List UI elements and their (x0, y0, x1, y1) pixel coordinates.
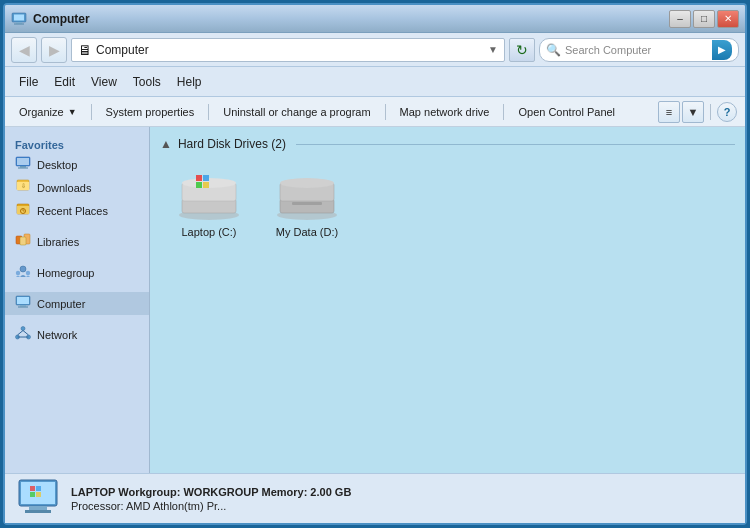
view-mode-dropdown-icon: ▼ (688, 106, 699, 118)
address-text: Computer (96, 43, 484, 57)
action-separator-2 (208, 104, 209, 120)
svg-rect-18 (20, 237, 26, 245)
sidebar-desktop-label: Desktop (37, 159, 77, 171)
refresh-icon: ↻ (516, 42, 528, 58)
sidebar-item-homegroup[interactable]: Homegroup (5, 261, 149, 284)
drive-c-label: Laptop (C:) (181, 226, 236, 238)
svg-rect-44 (292, 202, 322, 205)
computer-icon (15, 295, 31, 312)
desktop-icon (15, 156, 31, 173)
drives-grid: Laptop (C:) (160, 163, 735, 242)
menu-edit[interactable]: Edit (48, 73, 81, 91)
svg-point-20 (16, 271, 20, 275)
sidebar-divider-2 (5, 253, 149, 261)
uninstall-label: Uninstall or change a program (223, 106, 370, 118)
uninstall-button[interactable]: Uninstall or change a program (217, 104, 376, 120)
help-icon: ? (724, 106, 731, 118)
svg-line-29 (18, 331, 24, 336)
menu-file[interactable]: File (13, 73, 44, 91)
address-dropdown-icon[interactable]: ▼ (488, 44, 498, 55)
help-button[interactable]: ? (717, 102, 737, 122)
action-separator-5 (710, 104, 711, 120)
svg-rect-48 (25, 510, 51, 513)
sidebar-libraries-label: Libraries (37, 236, 79, 248)
downloads-icon: ⇩ (15, 179, 31, 196)
status-line1: LAPTOP Workgroup: WORKGROUP Memory: 2.00… (71, 486, 351, 498)
sidebar-item-computer[interactable]: Computer (5, 292, 149, 315)
sidebar-divider-3 (5, 284, 149, 292)
drive-d-icon (272, 167, 342, 222)
address-computer-icon: 🖥 (78, 42, 92, 58)
drive-d-label: My Data (D:) (276, 226, 338, 238)
menu-help[interactable]: Help (171, 73, 208, 91)
main-window: Computer – □ ✕ ◀ ▶ 🖥 Computer ▼ ↻ 🔍 Sear… (3, 3, 747, 525)
svg-point-26 (21, 327, 25, 331)
search-icon: 🔍 (546, 43, 561, 57)
homegroup-icon (15, 264, 31, 281)
action-separator-1 (91, 104, 92, 120)
system-properties-label: System properties (106, 106, 195, 118)
svg-rect-24 (20, 305, 26, 307)
sidebar-divider-1 (5, 222, 149, 230)
organize-arrow-icon: ▼ (68, 107, 77, 117)
main-area: Favorites Desktop (5, 127, 745, 473)
restore-button[interactable]: □ (693, 10, 715, 28)
section-line (296, 144, 735, 145)
status-text-area: LAPTOP Workgroup: WORKGROUP Memory: 2.00… (71, 486, 351, 512)
search-go-button[interactable]: ▶ (712, 40, 732, 60)
title-buttons: – □ ✕ (669, 10, 739, 28)
svg-rect-5 (17, 158, 29, 165)
sidebar-computer-label: Computer (37, 298, 85, 310)
menu-view[interactable]: View (85, 73, 123, 91)
back-button[interactable]: ◀ (11, 37, 37, 63)
svg-rect-7 (18, 168, 28, 169)
sidebar-item-network[interactable]: Network (5, 323, 149, 346)
svg-rect-3 (14, 23, 24, 24)
svg-rect-52 (36, 492, 41, 497)
close-button[interactable]: ✕ (717, 10, 739, 28)
svg-rect-2 (16, 22, 22, 24)
sidebar-item-libraries[interactable]: Libraries (5, 230, 149, 253)
sidebar-item-recent-places[interactable]: Recent Places (5, 199, 149, 222)
title-bar: Computer – □ ✕ (5, 5, 745, 33)
sidebar-item-desktop[interactable]: Desktop (5, 153, 149, 176)
svg-rect-50 (36, 486, 41, 491)
address-field[interactable]: 🖥 Computer ▼ (71, 38, 505, 62)
sidebar-downloads-label: Downloads (37, 182, 91, 194)
menu-bar: File Edit View Tools Help (5, 67, 745, 97)
action-bar: Organize ▼ System properties Uninstall o… (5, 97, 745, 127)
svg-point-43 (280, 178, 334, 188)
view-mode-icon: ≡ (666, 106, 672, 118)
action-separator-4 (503, 104, 504, 120)
sidebar-divider-4 (5, 315, 149, 323)
view-icons: ≡ ▼ ? (658, 101, 737, 123)
svg-rect-37 (203, 175, 209, 181)
forward-icon: ▶ (49, 42, 60, 58)
system-properties-button[interactable]: System properties (100, 104, 201, 120)
svg-rect-23 (17, 297, 29, 304)
view-mode-dropdown-button[interactable]: ▼ (682, 101, 704, 123)
drive-d-item[interactable]: My Data (D:) (268, 163, 346, 242)
drive-c-item[interactable]: Laptop (C:) (170, 163, 248, 242)
section-collapse-icon[interactable]: ▲ (160, 137, 172, 151)
organize-button[interactable]: Organize ▼ (13, 104, 83, 120)
refresh-button[interactable]: ↻ (509, 38, 535, 62)
svg-rect-51 (30, 492, 35, 497)
hard-disk-drives-title: Hard Disk Drives (2) (178, 137, 286, 151)
forward-button[interactable]: ▶ (41, 37, 67, 63)
map-network-button[interactable]: Map network drive (394, 104, 496, 120)
view-mode-button[interactable]: ≡ (658, 101, 680, 123)
search-area: 🔍 Search Computer ▶ (539, 38, 739, 62)
drive-c-icon (174, 167, 244, 222)
recent-places-icon (15, 202, 31, 219)
network-icon (15, 326, 31, 343)
svg-rect-25 (18, 307, 28, 308)
search-input[interactable]: Search Computer (565, 44, 708, 56)
sidebar-item-downloads[interactable]: ⇩ Downloads (5, 176, 149, 199)
address-bar: ◀ ▶ 🖥 Computer ▼ ↻ 🔍 Search Computer ▶ (5, 33, 745, 67)
status-bar: LAPTOP Workgroup: WORKGROUP Memory: 2.00… (5, 473, 745, 523)
minimize-button[interactable]: – (669, 10, 691, 28)
svg-rect-1 (14, 14, 24, 20)
open-control-panel-button[interactable]: Open Control Panel (512, 104, 621, 120)
menu-tools[interactable]: Tools (127, 73, 167, 91)
